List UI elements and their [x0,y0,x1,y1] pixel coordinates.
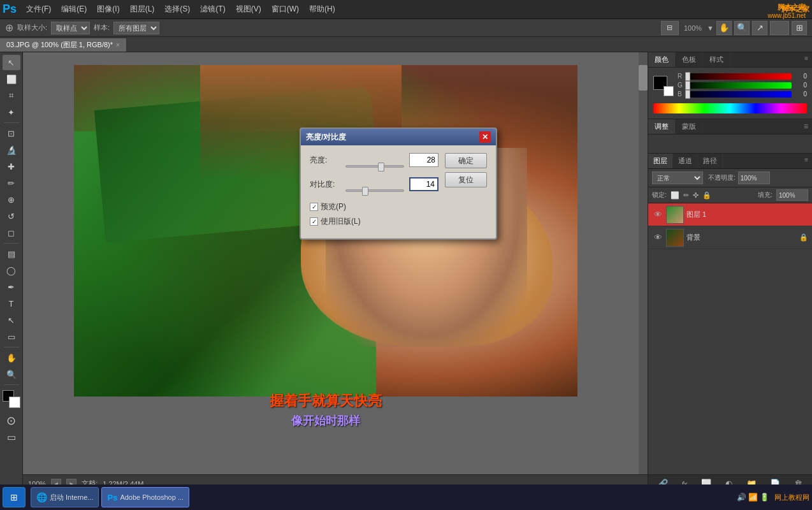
channels-tab[interactable]: 通道 [673,154,698,168]
zoom-tool[interactable]: 🔍 [3,367,20,382]
swatches-tab[interactable]: 色板 [676,52,703,67]
path-select-tool[interactable]: ↖ [3,312,20,328]
lock-transparent-icon[interactable]: ⬜ [671,191,679,200]
lasso-tool[interactable]: ⌗ [3,88,20,103]
layer1-visibility-icon[interactable]: 👁 [652,210,663,219]
opacity-input[interactable] [738,171,770,184]
brush-tool[interactable]: ✏ [3,175,20,191]
start-button[interactable]: ⊞ [3,487,25,507]
brightness-slider-thumb[interactable] [378,163,384,171]
quick-mask-btn[interactable]: ⊙ [3,413,20,428]
masks-tab[interactable]: 蒙版 [676,119,703,134]
layers-header-tabs: 图层 通道 路径 ≡ [648,154,812,169]
contrast-slider-track[interactable] [345,189,404,192]
paths-tab[interactable]: 路径 [698,154,723,168]
menu-view[interactable]: 视图(V) [231,2,266,17]
adjust-tab[interactable]: 调整 [648,119,676,134]
color-spectrum[interactable] [653,103,807,113]
styles-tab[interactable]: 样式 [703,52,730,67]
color-tab[interactable]: 颜色 [648,52,676,67]
crop-tool[interactable]: ⊡ [3,126,20,141]
move-tool[interactable]: ↖ [3,55,20,70]
sample-select[interactable]: 所有图层 [113,22,159,34]
menu-edit[interactable]: 编辑(E) [57,2,91,17]
g-slider[interactable] [685,82,792,89]
r-slider[interactable] [685,73,792,80]
tab-close-btn[interactable]: × [116,41,120,48]
tray-icon-1[interactable]: 🔊 [737,493,746,502]
ie-icon: 🌐 [36,492,47,502]
background-swatch[interactable] [663,86,674,96]
nav-btn2[interactable]: 🔍 [734,21,750,35]
layer-item-bg[interactable]: 👁 背景 🔒 [648,226,812,249]
gradient-tool[interactable]: ▤ [3,246,20,261]
contrast-slider-thumb[interactable] [362,187,368,196]
tool-switch-btn[interactable]: ⊟ [661,21,679,35]
menu-layer[interactable]: 图层(L) [126,2,159,17]
right-scrollbar[interactable] [639,52,648,474]
menu-select[interactable]: 选择(S) [160,2,194,17]
tray-icon-3[interactable]: 🔋 [760,493,769,502]
lock-paint-icon[interactable]: ✏ [683,191,689,200]
vscroll-thumb[interactable] [639,65,648,91]
color-panel-options[interactable]: ≡ [801,52,812,67]
layer2-visibility-icon[interactable]: 👁 [652,233,663,242]
lock-all-icon[interactable]: 🔒 [702,191,711,200]
preview-checkbox[interactable]: ✓ [310,203,318,211]
fill-input[interactable] [776,189,808,201]
brightness-input[interactable] [409,153,439,167]
tray-icon-2[interactable]: 📶 [748,493,758,502]
contrast-input[interactable] [409,177,439,191]
clone-stamp-tool[interactable]: ⊕ [3,192,20,207]
r-thumb[interactable] [685,72,690,81]
canvas-area[interactable]: 握着手就算天快亮 像开始时那样 100% ◄ ► 文档: 1.22M/2.44M [23,52,648,492]
layer-item-1[interactable]: 👁 图层 1 [648,203,812,226]
fg-bg-swatches[interactable] [653,76,674,96]
layers-tab[interactable]: 图层 [648,154,673,168]
adjust-options[interactable]: ≡ [800,119,812,134]
lock-position-icon[interactable]: ✜ [693,191,699,200]
bc-dialog: 亮度/对比度 ✕ 亮度: 对比度: [300,127,497,240]
preview-checkbox-row: ✓ 预览(P) [310,201,439,212]
menu-file[interactable]: 文件(F) [22,2,55,17]
canvas-text: 握着手就算天快亮 像开始时那样 [74,391,577,428]
g-thumb[interactable] [685,81,690,90]
nav-btn3[interactable]: ↗ [752,21,767,35]
pen-tool[interactable]: ✒ [3,279,20,295]
menu-window[interactable]: 窗口(W) [267,2,303,17]
taskbar-ie-btn[interactable]: 🌐 启动 Interne... [31,487,99,507]
ok-btn[interactable]: 确定 [445,153,487,168]
shape-tool[interactable]: ▭ [3,329,20,344]
text-tool[interactable]: T [3,296,20,311]
reset-btn[interactable]: 复位 [445,172,487,187]
layer2-name: 背景 [686,233,797,242]
r-label: R [678,73,683,80]
layers-options-btn[interactable]: ≡ [801,154,812,168]
dialog-close-btn[interactable]: ✕ [479,131,491,143]
brightness-slider-track[interactable] [345,165,404,168]
hand-tool[interactable]: ✋ [3,350,20,365]
taskbar-ps-btn[interactable]: Ps Adobe Photoshop ... [101,487,189,507]
menu-image[interactable]: 图像(I) [92,2,124,17]
heal-tool[interactable]: ✚ [3,159,20,174]
document-tab[interactable]: 03.JPG @ 100% (图层 1, RGB/8)* × [0,38,127,52]
view-mode-btn[interactable]: ⊞ [792,21,807,35]
eyedropper-tool[interactable]: 🔬 [3,142,20,157]
history-brush-tool[interactable]: ↺ [3,208,20,224]
screen-mode-btn[interactable]: ▭ [3,430,20,445]
b-thumb[interactable] [685,90,690,99]
dodge-tool[interactable]: ◯ [3,263,20,278]
blend-mode-select[interactable]: 正常 [652,171,703,184]
b-slider[interactable] [685,91,792,98]
menu-help[interactable]: 帮助(H) [305,2,340,17]
magic-wand-tool[interactable]: ✦ [3,105,20,120]
menu-filter[interactable]: 滤镜(T) [196,2,229,17]
marquee-tool[interactable]: ⬜ [3,71,20,87]
color-box[interactable] [3,390,20,408]
eraser-tool[interactable]: ◻ [3,225,20,240]
sample-size-select[interactable]: 取样点 [51,22,90,34]
background-color[interactable] [9,397,20,408]
nav-btn1[interactable]: ✋ [716,21,732,35]
ie-label: 启动 Interne... [50,493,93,502]
legacy-checkbox[interactable]: ✓ [310,217,318,226]
